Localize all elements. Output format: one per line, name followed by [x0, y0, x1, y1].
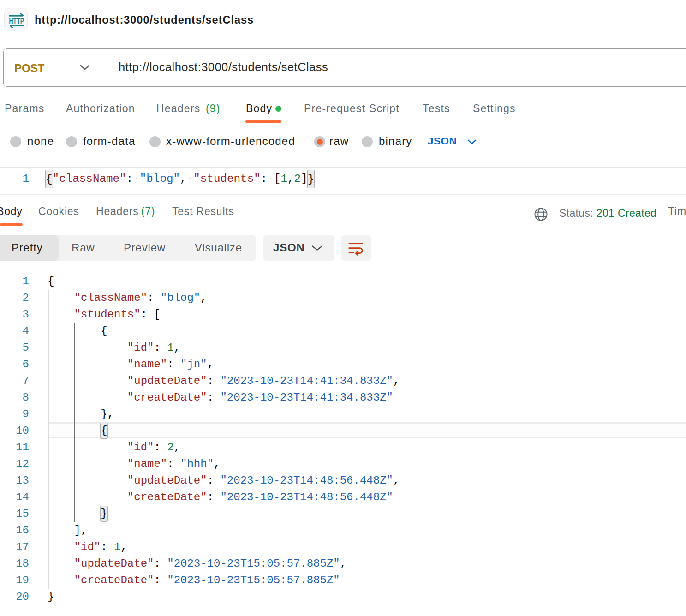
svg-text:HTTP: HTTP: [9, 16, 24, 26]
